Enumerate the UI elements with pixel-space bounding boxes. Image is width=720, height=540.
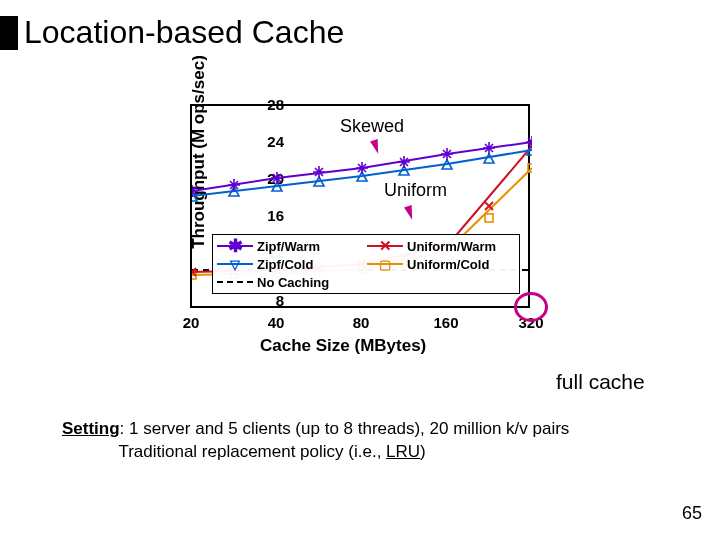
legend-uniform-cold: Uniform/Cold [407,257,489,272]
setting-lru: LRU [386,442,420,461]
legend-uniform-warm: Uniform/Warm [407,239,496,254]
xtick-160: 160 [426,314,466,331]
setting-line2b: ) [420,442,426,461]
setting-caption: Setting: 1 server and 5 clients (up to 8… [62,418,569,464]
annotation-skewed: Skewed [340,116,404,137]
svg-rect-7 [485,214,493,222]
annotation-uniform: Uniform [384,180,447,201]
page-title: Location-based Cache [24,14,344,51]
series-zipf-warm [192,136,532,197]
square-icon: ▢ [367,257,403,271]
legend-no-caching: No Caching [257,275,329,290]
legend-zipf-warm: Zipf/Warm [257,239,320,254]
setting-line2a: Traditional replacement policy (i.e., [118,442,386,461]
setting-line1: : 1 server and 5 clients (up to 8 thread… [120,419,570,438]
xtick-80: 80 [341,314,381,331]
title-marker [0,16,18,50]
chart-container: Throughput (M ops/sec) 28 24 20 16 12 8 … [130,100,570,436]
chart-legend: ✱ Zipf/Warm ✕ Uniform/Warm ▽ Zipf/Cold ▢… [212,234,520,294]
xtick-20: 20 [171,314,211,331]
page-number: 65 [682,503,702,524]
xtick-40: 40 [256,314,296,331]
annotation-full-cache: full cache [556,370,645,394]
setting-prefix: Setting [62,419,120,438]
triangle-down-icon: ▽ [217,257,253,271]
asterisk-icon: ✱ [217,239,253,253]
dash-icon [217,275,253,289]
legend-zipf-cold: Zipf/Cold [257,257,313,272]
highlight-circle-icon [514,292,548,322]
x-icon: ✕ [367,239,403,253]
x-axis-label: Cache Size (MBytes) [260,336,426,356]
